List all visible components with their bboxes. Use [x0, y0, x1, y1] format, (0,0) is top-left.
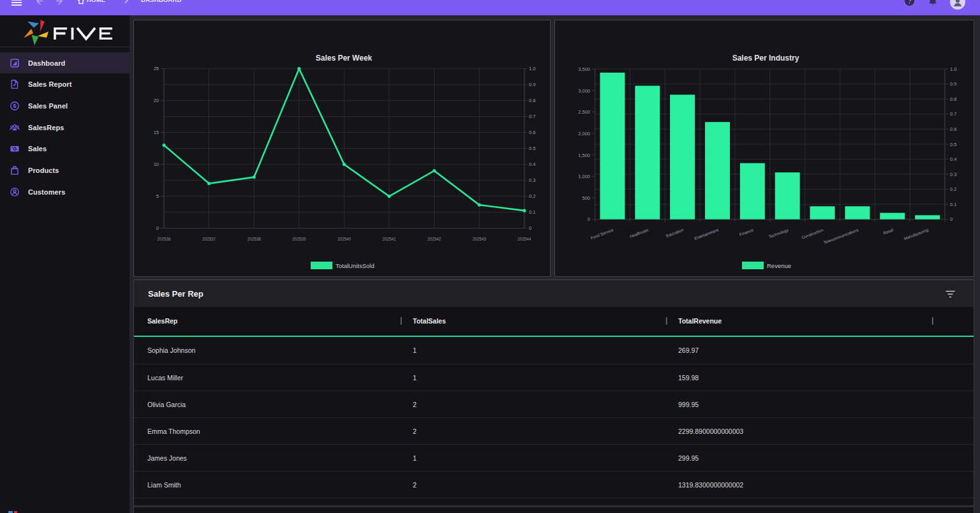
svg-text:Revenue: Revenue: [767, 262, 791, 269]
svg-text:3,500: 3,500: [578, 66, 590, 72]
svg-text:0.8: 0.8: [950, 96, 956, 102]
svg-text:0.6: 0.6: [950, 126, 956, 132]
svg-text:0: 0: [156, 225, 159, 231]
svg-text:0.2: 0.2: [950, 186, 956, 192]
svg-text:202543: 202543: [473, 237, 487, 241]
svg-text:0.1: 0.1: [529, 209, 535, 215]
svg-text:202544: 202544: [517, 237, 531, 241]
svg-text:0.4: 0.4: [950, 156, 956, 162]
svg-text:$: $: [13, 103, 16, 109]
svg-text:0.6: 0.6: [529, 130, 535, 135]
svg-text:202536: 202536: [157, 237, 171, 241]
svg-text:202537: 202537: [202, 237, 216, 241]
svg-text:Sales Per Industry: Sales Per Industry: [732, 54, 799, 63]
svg-text:0.7: 0.7: [950, 111, 956, 117]
svg-text:1,000: 1,000: [578, 174, 590, 179]
svg-text:0: 0: [588, 216, 590, 222]
svg-text:1.0: 1.0: [950, 66, 956, 72]
svg-text:3,000: 3,000: [578, 88, 590, 94]
svg-text:0.5: 0.5: [950, 142, 956, 147]
svg-text:15: 15: [154, 130, 159, 135]
svg-text:10: 10: [154, 161, 159, 167]
svg-text:202540: 202540: [338, 237, 352, 241]
svg-text:2,500: 2,500: [578, 109, 590, 115]
svg-text:202542: 202542: [427, 237, 442, 241]
svg-text:0.9: 0.9: [529, 82, 535, 87]
svg-text:0.9: 0.9: [950, 81, 956, 87]
svg-text:0: 0: [529, 225, 531, 231]
svg-text:0: 0: [950, 216, 953, 222]
svg-text:5: 5: [156, 193, 159, 199]
svg-text:0.3: 0.3: [950, 172, 956, 177]
svg-text:2,000: 2,000: [578, 131, 590, 137]
svg-text:0.3: 0.3: [529, 177, 535, 183]
svg-text:TotalUnitsSold: TotalUnitsSold: [336, 262, 375, 269]
svg-text:20: 20: [154, 98, 159, 103]
svg-text:202538: 202538: [248, 237, 262, 241]
svg-text:1,500: 1,500: [578, 152, 590, 158]
svg-text:1.0: 1.0: [529, 66, 535, 71]
svg-text:0.8: 0.8: [529, 98, 535, 103]
svg-text:0.5: 0.5: [529, 145, 535, 151]
svg-text:0.7: 0.7: [529, 114, 535, 119]
svg-text:Sales Per Week: Sales Per Week: [316, 54, 373, 63]
svg-text:0.4: 0.4: [529, 161, 535, 167]
svg-text:500: 500: [582, 195, 590, 201]
svg-text:25: 25: [154, 66, 159, 71]
svg-text:0.1: 0.1: [950, 202, 956, 207]
svg-text:0.2: 0.2: [529, 193, 535, 199]
svg-text:202539: 202539: [292, 237, 306, 241]
svg-text:202541: 202541: [382, 237, 396, 241]
